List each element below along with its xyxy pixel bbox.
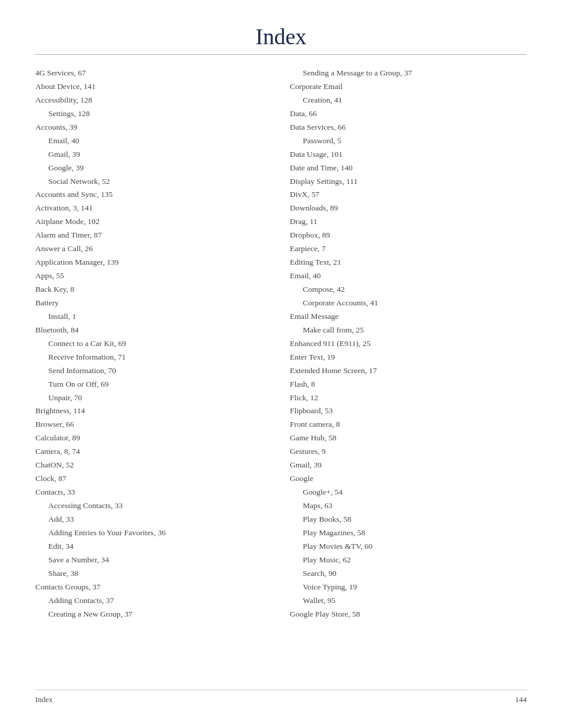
list-item: Share, 38 (35, 567, 272, 581)
list-item: Accessibility, 128 (35, 94, 272, 107)
list-item: Sending a Message to a Group, 37 (290, 67, 527, 80)
list-item: Activation, 3, 141 (35, 202, 272, 215)
list-item: Google+, 54 (290, 486, 527, 499)
list-item: Save a Number, 34 (35, 554, 272, 567)
list-item: Date and Time, 140 (290, 162, 527, 175)
list-item: Answer a Call, 26 (35, 242, 272, 256)
list-item: Settings, 128 (35, 107, 272, 121)
list-item: Gmail, 39 (35, 148, 272, 162)
footer-left: Index (35, 695, 53, 704)
list-item: Bluetooth, 84 (35, 324, 272, 337)
page-title: Index (35, 24, 527, 50)
list-item: Application Manager, 139 (35, 256, 272, 269)
list-item: Extended Home Screen, 17 (290, 364, 527, 378)
list-item: Play Magazines, 58 (290, 526, 527, 540)
list-item: Connect to a Car Kit, 69 (35, 337, 272, 351)
list-item: Compose, 42 (290, 283, 527, 297)
list-item: Google Play Store, 58 (290, 608, 527, 621)
list-item: Edit, 34 (35, 540, 272, 554)
list-item: Play Books, 58 (290, 513, 527, 526)
list-item: Earpiece, 7 (290, 242, 527, 256)
list-item: Contacts Groups, 37 (35, 581, 272, 594)
list-item: Browser, 66 (35, 418, 272, 431)
list-item: Dropbox, 89 (290, 229, 527, 242)
list-item: Corporate Accounts, 41 (290, 297, 527, 310)
list-item: Search, 90 (290, 567, 527, 581)
list-item: Play Music, 62 (290, 554, 527, 567)
list-item: Creating a New Group, 37 (35, 608, 272, 621)
list-item: Front camera, 8 (290, 418, 527, 431)
list-item: Accounts, 39 (35, 121, 272, 134)
list-item: Flipboard, 53 (290, 404, 527, 418)
list-item: Play Movies &TV, 60 (290, 540, 527, 554)
list-item: Downloads, 89 (290, 202, 527, 215)
list-item: Gmail, 39 (290, 459, 527, 472)
list-item: Clock, 87 (35, 472, 272, 486)
list-item: Adding Contacts, 37 (35, 594, 272, 608)
list-item: Receive Information, 71 (35, 351, 272, 364)
list-item: About Device, 141 (35, 80, 272, 94)
list-item: Game Hub, 58 (290, 431, 527, 445)
list-item: Flick, 12 (290, 391, 527, 405)
list-item: Google (290, 472, 527, 486)
index-columns: 4G Services, 67About Device, 141Accessib… (35, 67, 527, 621)
list-item: Email, 40 (290, 269, 527, 283)
list-item: Camera, 8, 74 (35, 445, 272, 459)
list-item: Enhanced 911 (E911), 25 (290, 337, 527, 351)
list-item: Social Network, 52 (35, 175, 272, 189)
list-item: Enter Text, 19 (290, 351, 527, 364)
footer: Index 144 (35, 690, 527, 704)
list-item: Airplane Mode, 102 (35, 215, 272, 229)
list-item: Accessing Contacts, 33 (35, 499, 272, 513)
list-item: Adding Entries to Your Favorites, 36 (35, 526, 272, 540)
list-item: Unpair, 70 (35, 391, 272, 405)
list-item: Make call from, 25 (290, 324, 527, 337)
list-item: Flash, 8 (290, 378, 527, 391)
list-item: Contacts, 33 (35, 486, 272, 499)
list-item: Send Information, 70 (35, 364, 272, 378)
footer-right: 144 (515, 695, 527, 704)
list-item: Email, 40 (35, 134, 272, 148)
list-item: DivX, 57 (290, 188, 527, 202)
list-item: 4G Services, 67 (35, 67, 272, 80)
list-item: Install, 1 (35, 310, 272, 324)
list-item: Voice Typing, 19 (290, 581, 527, 594)
right-column: Sending a Message to a Group, 37Corporat… (290, 67, 527, 621)
list-item: Back Key, 8 (35, 283, 272, 297)
list-item: Drag, 11 (290, 215, 527, 229)
list-item: Battery (35, 297, 272, 310)
list-item: Creation, 41 (290, 94, 527, 107)
list-item: Alarm and Timer, 87 (35, 229, 272, 242)
list-item: Add, 33 (35, 513, 272, 526)
list-item: Email Message (290, 310, 527, 324)
list-item: Display Settings, 111 (290, 175, 527, 189)
list-item: Wallet, 95 (290, 594, 527, 608)
list-item: Data Services, 66 (290, 121, 527, 134)
list-item: Data, 66 (290, 107, 527, 121)
list-item: Editing Text, 21 (290, 256, 527, 269)
list-item: Calculator, 89 (35, 431, 272, 445)
list-item: Password, 5 (290, 134, 527, 148)
title-divider (35, 54, 527, 55)
list-item: Gestures, 9 (290, 445, 527, 459)
list-item: Apps, 55 (35, 269, 272, 283)
left-column: 4G Services, 67About Device, 141Accessib… (35, 67, 272, 621)
list-item: Data Usage, 101 (290, 148, 527, 162)
list-item: Brightness, 114 (35, 404, 272, 418)
list-item: Corporate Email (290, 80, 527, 94)
list-item: ChatON, 52 (35, 459, 272, 472)
list-item: Google, 39 (35, 162, 272, 175)
list-item: Accounts and Sync, 135 (35, 188, 272, 202)
list-item: Turn On or Off, 69 (35, 378, 272, 391)
list-item: Maps, 63 (290, 499, 527, 513)
